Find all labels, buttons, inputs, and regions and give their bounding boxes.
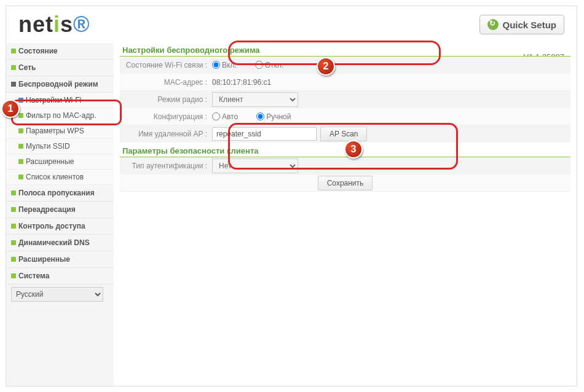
radio-wifi-off[interactable]: Откл.: [255, 61, 284, 69]
sidebar-item-access-control[interactable]: Контроль доступа: [6, 218, 114, 235]
refresh-icon: [487, 19, 499, 30]
sidebar-item-label: Полоса пропускания: [18, 189, 95, 197]
sidebar-sub-label: Список клиентов: [26, 173, 84, 181]
sidebar-sub-mac-filter[interactable]: Фильтр по MAC-адр.: [6, 108, 114, 123]
sidebar: Состояние Сеть Беспроводной режим Настро…: [6, 43, 114, 386]
sidebar-item-wireless[interactable]: Беспроводной режим: [6, 76, 114, 93]
sidebar-item-label: Расширенные: [18, 255, 70, 264]
bullet-icon: [11, 49, 16, 53]
bullet-icon: [11, 257, 16, 262]
sidebar-item-label: Состояние: [18, 47, 58, 55]
section-title-security: Параметры безопасности клиента: [120, 144, 570, 157]
bullet-icon: [11, 224, 16, 229]
radio-wifi-off-input[interactable]: [255, 61, 263, 69]
bullet-icon: [11, 273, 16, 278]
remote-ap-label: Имя удаленной AP :: [120, 130, 212, 138]
sidebar-sub-advanced[interactable]: Расширенные: [6, 154, 114, 170]
sidebar-item-forwarding[interactable]: Переадресация: [6, 202, 114, 218]
sidebar-sub-wifi-settings[interactable]: Настройки Wi-Fi: [6, 93, 114, 108]
sidebar-item-bandwidth[interactable]: Полоса пропускания: [6, 185, 114, 202]
sidebar-item-label: Сеть: [18, 63, 36, 72]
sidebar-sub-wps[interactable]: Параметры WPS: [6, 123, 114, 139]
sidebar-item-network[interactable]: Сеть: [6, 60, 114, 76]
auth-type-label: Тип аутентификации :: [120, 162, 212, 170]
radio-mode-select[interactable]: Клиент: [212, 92, 298, 107]
logo: netis®: [18, 12, 90, 37]
row-mac: MAC-адрес : 08:10:17:81:96:c1: [120, 74, 570, 91]
save-button[interactable]: Сохранить: [318, 176, 373, 190]
language-select[interactable]: Русский: [11, 287, 103, 302]
sidebar-sub-label: Настройки Wi-Fi: [26, 96, 81, 104]
row-auth-type: Тип аутентификации : Нет: [120, 157, 570, 174]
sidebar-item-label: Беспроводной режим: [18, 80, 98, 88]
sidebar-sub-label: Параметры WPS: [26, 127, 84, 135]
bullet-icon: [18, 113, 23, 118]
ap-scan-button[interactable]: AP Scan: [320, 127, 367, 141]
bullet-icon: [11, 190, 16, 195]
radio-config-manual[interactable]: Ручной: [256, 112, 291, 121]
bullet-icon: [18, 159, 23, 164]
remote-ap-input[interactable]: [212, 127, 317, 141]
sidebar-item-advanced[interactable]: Расширенные: [6, 251, 114, 268]
sidebar-sub-multi-ssid[interactable]: Мульти SSID: [6, 139, 114, 154]
bullet-icon: [11, 240, 16, 245]
radio-wifi-on-input[interactable]: [212, 61, 220, 69]
wifi-state-label: Состояние Wi-Fi связи :: [120, 61, 212, 69]
auth-type-select[interactable]: Нет: [212, 159, 298, 173]
row-radio-mode: Режим радио : Клиент: [120, 91, 570, 108]
sidebar-item-status[interactable]: Состояние: [6, 43, 114, 60]
row-config: Конфигурация : Авто Ручной: [120, 108, 570, 125]
config-label: Конфигурация :: [120, 112, 212, 121]
bullet-icon: [11, 207, 16, 212]
sidebar-item-label: Контроль доступа: [18, 222, 85, 230]
sidebar-sub-label: Мульти SSID: [26, 142, 70, 151]
row-remote-ap: Имя удаленной AP : AP Scan: [120, 125, 570, 143]
sidebar-item-label: Динамический DNS: [18, 238, 90, 247]
bullet-icon: [18, 98, 23, 103]
radio-config-manual-input[interactable]: [256, 112, 264, 120]
content-area: Настройки беспроводного режима Состояние…: [114, 43, 577, 386]
sidebar-item-system[interactable]: Система: [6, 268, 114, 284]
sidebar-sub-label: Расширенные: [26, 157, 74, 166]
expand-icon: [11, 82, 16, 87]
radio-config-auto-input[interactable]: [212, 112, 220, 120]
bullet-icon: [18, 174, 23, 179]
mac-value: 08:10:17:81:96:c1: [212, 78, 271, 87]
quick-setup-label: Quick Setup: [502, 20, 556, 30]
mac-label: MAC-адрес :: [120, 78, 212, 87]
sidebar-sub-label: Фильтр по MAC-адр.: [26, 111, 97, 120]
row-wifi-state: Состояние Wi-Fi связи : Вкл. Откл.: [120, 57, 570, 74]
bullet-icon: [11, 65, 16, 70]
bullet-icon: [18, 128, 23, 133]
radio-config-auto[interactable]: Авто: [212, 112, 238, 121]
sidebar-sub-client-list[interactable]: Список клиентов: [6, 170, 114, 185]
sidebar-item-label: Переадресация: [18, 205, 76, 214]
sidebar-item-label: Система: [18, 272, 50, 280]
row-save: Сохранить: [120, 174, 570, 192]
radio-mode-label: Режим радио :: [120, 95, 212, 104]
quick-setup-button[interactable]: Quick Setup: [479, 15, 564, 34]
bullet-icon: [18, 144, 23, 149]
section-title-wireless: Настройки беспроводного режима: [120, 43, 570, 57]
sidebar-item-ddns[interactable]: Динамический DNS: [6, 235, 114, 251]
radio-wifi-on[interactable]: Вкл.: [212, 61, 237, 69]
